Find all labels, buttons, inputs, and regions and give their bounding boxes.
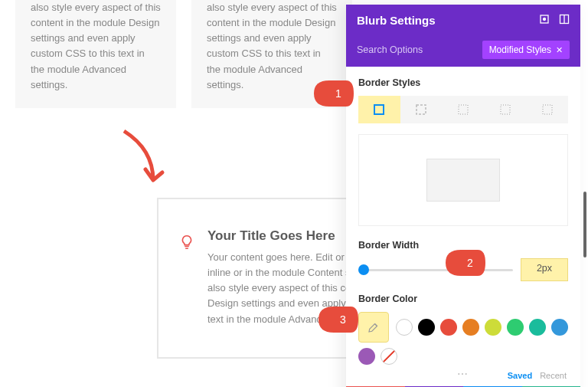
border-color-label: Border Color [358,294,568,304]
background-cards: also style every aspect of this content … [15,0,352,108]
swatch-white[interactable] [396,319,413,336]
modified-styles-label: Modified Styles [489,44,551,55]
saved-tab[interactable]: Saved [508,371,532,380]
swatch-lime[interactable] [485,319,501,336]
color-swatches [358,312,568,365]
panel-header[interactable]: Blurb Settings [346,5,580,36]
border-width-label: Border Width [358,240,568,251]
svg-rect-7 [501,105,510,114]
eyedropper-button[interactable] [358,312,389,343]
svg-rect-8 [543,105,552,114]
border-style-double[interactable] [484,96,526,123]
panel-title: Blurb Settings [357,14,436,27]
svg-rect-5 [416,105,426,114]
border-preview-box [358,134,568,226]
settings-panel: Blurb Settings Search Options Modified S… [346,5,580,387]
slider-thumb[interactable] [358,264,369,275]
annotation-arrow [115,126,176,195]
bg-card-text: also style every aspect of this content … [207,2,337,90]
swatch-blue[interactable] [551,319,568,336]
border-preview-inner [426,159,500,202]
border-style-dashed[interactable] [400,96,443,123]
svg-rect-6 [459,105,468,114]
swatch-black[interactable] [418,319,435,336]
swatch-none[interactable] [381,348,397,365]
focus-icon[interactable] [539,14,550,27]
bg-card-1: also style every aspect of this content … [15,0,176,108]
modified-styles-pill[interactable]: Modified Styles ✕ [482,41,570,59]
search-options-link[interactable]: Search Options [357,44,423,55]
border-styles-label: Border Styles [358,77,568,88]
swatch-teal[interactable] [529,319,546,336]
bg-card-text: also style every aspect of this content … [31,2,161,90]
bg-card-2: also style every aspect of this content … [191,0,352,108]
scrollbar-thumb[interactable] [583,192,586,257]
swatch-orange[interactable] [462,319,479,336]
border-style-solid[interactable] [358,96,400,123]
border-style-none[interactable] [526,96,568,123]
border-width-value[interactable]: 2px [521,258,568,281]
border-width-slider[interactable] [358,262,513,277]
panel-tabbar: Search Options Modified Styles ✕ [346,36,580,67]
recent-tab[interactable]: Recent [540,371,567,380]
close-icon[interactable]: ✕ [556,45,563,55]
border-style-tabs [358,96,568,123]
swatch-green[interactable] [507,319,524,336]
lightbulb-icon [178,234,195,254]
svg-rect-4 [374,105,384,114]
swatch-red[interactable] [440,319,457,336]
swatch-purple[interactable] [358,348,375,365]
border-style-dotted[interactable] [443,96,485,123]
expand-icon[interactable] [559,14,570,27]
svg-point-1 [544,18,546,21]
